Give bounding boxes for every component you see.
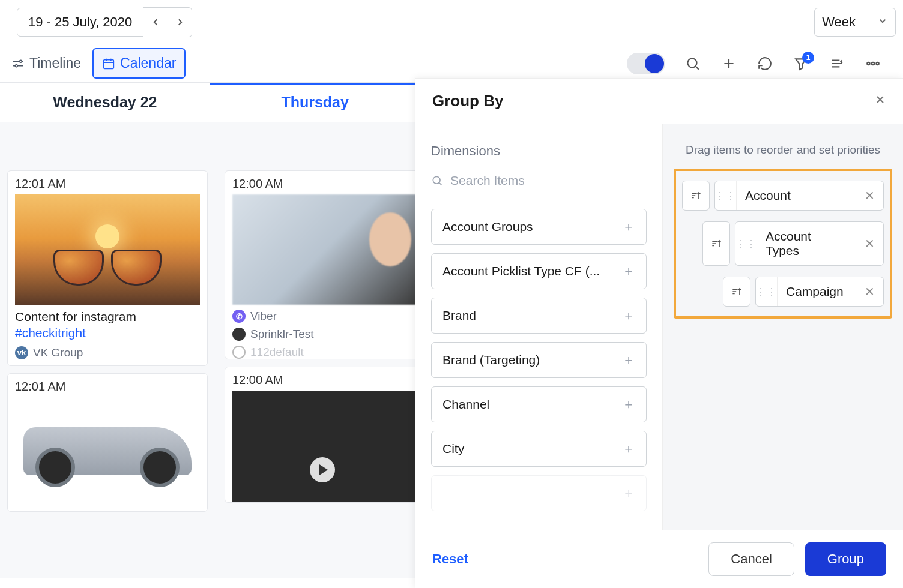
drag-handle[interactable]: ⋮⋮ [735,222,757,265]
panel-footer: Reset Cancel Group [415,530,903,588]
drag-handle[interactable]: ⋮⋮ [715,181,737,210]
card-caption: Content for instagram [15,310,136,323]
card-meta: 112default [232,341,417,359]
dimension-label: Channel [442,397,489,412]
prev-button[interactable] [143,8,168,37]
flag-icon [232,346,246,359]
account-icon [232,328,246,341]
chip[interactable]: ⋮⋮ Account Types ✕ [735,221,884,266]
panel-left: Dimensions Account Groups＋ Account Pickl… [415,124,663,530]
date-range[interactable]: 19 - 25 July, 2020 [17,8,143,37]
panel-title: Group By [432,92,503,110]
chip[interactable]: ⋮⋮ Campaign ✕ [755,277,884,307]
reset-button[interactable]: Reset [432,551,468,567]
dimension-item[interactable]: Account Groups＋ [431,209,647,245]
column-wed: 12:01 AM Content for instagram #checkitr… [7,170,208,578]
chip[interactable]: ⋮⋮ Account ✕ [714,181,884,211]
card-time: 12:01 AM [15,177,200,191]
sort-button[interactable] [723,277,750,307]
dimension-label: City [442,442,464,456]
play-icon[interactable] [310,457,335,482]
column-thu: 12:00 AM ✆ Viber Sprinklr-Test 112defaul… [225,170,425,578]
drag-handle[interactable]: ⋮⋮ [756,277,778,306]
card-meta: ✆ Viber [232,305,417,323]
panel-header: Group By [415,79,903,124]
chevron-right-icon [175,17,186,28]
card[interactable]: 12:00 AM ✆ Viber Sprinklr-Test 112defaul… [225,170,425,359]
svg-rect-2 [104,59,114,68]
panel-body: Dimensions Account Groups＋ Account Pickl… [415,124,903,530]
remove-chip-button[interactable]: ✕ [856,188,883,203]
card[interactable]: 12:00 AM [225,367,425,503]
refresh-icon [757,56,773,71]
more-button[interactable] [865,55,881,72]
hashtag-link[interactable]: #checkitright [15,326,86,340]
group-button[interactable] [829,55,845,72]
sort-button[interactable] [682,181,710,211]
day-tab-thu[interactable]: Thursday [210,83,420,122]
dimension-list: Account Groups＋ Account Picklist Type CF… [431,209,647,511]
search-button[interactable] [684,55,701,72]
reorder-row: ⋮⋮ Account Types ✕ [702,221,884,266]
card-time: 12:00 AM [232,177,417,191]
tab-switch: Timeline Calendar [2,48,186,79]
remove-chip-button[interactable]: ✕ [856,236,883,251]
dimension-item[interactable]: Brand＋ [431,298,647,334]
dimension-label: Account Groups [442,220,533,234]
tab-timeline[interactable]: Timeline [2,48,90,79]
panel-right: Drag items to reorder and set priorities… [663,124,903,530]
card[interactable]: 12:01 AM [7,373,208,512]
date-nav [143,7,192,37]
tab-calendar[interactable]: Calendar [92,48,186,79]
card-meta: vk VK Group [15,341,200,359]
remove-chip-button[interactable]: ✕ [856,284,883,299]
close-icon [874,94,886,106]
search-input[interactable] [450,173,647,188]
next-button[interactable] [168,8,192,37]
tab-calendar-label: Calendar [120,55,176,71]
card[interactable]: 12:01 AM Content for instagram #checkitr… [7,170,208,366]
thumbnail-image [232,194,417,305]
day-tab-wed[interactable]: Wednesday 22 [0,83,210,122]
close-button[interactable] [874,94,886,109]
view-select[interactable]: Week [814,8,896,37]
group-icon [829,56,845,71]
tab-timeline-label: Timeline [29,55,81,71]
svg-point-5 [872,62,874,64]
svg-point-7 [433,176,440,184]
dimension-item[interactable]: ＋ [431,475,647,511]
toggle-knob [645,54,664,73]
filter-button[interactable]: 1 [793,55,809,72]
vk-icon: vk [15,346,28,359]
date-range-wrap: 19 - 25 July, 2020 [17,7,192,37]
search-icon [685,56,701,71]
dimension-label: Account Picklist Type CF (... [442,264,600,278]
sort-button[interactable] [702,221,730,266]
dimension-label: Brand (Targeting) [442,353,540,367]
dimension-item[interactable]: Account Picklist Type CF (...＋ [431,253,647,289]
chevron-left-icon [150,17,161,28]
card-text: Content for instagram #checkitright [15,305,200,341]
svg-point-4 [867,62,869,64]
footer-buttons: Cancel Group [708,542,886,576]
dimension-item[interactable]: City＋ [431,431,647,467]
drag-hint: Drag items to reorder and set priorities [674,143,892,157]
toggle[interactable] [627,53,665,74]
dimension-item[interactable]: Brand (Targeting)＋ [431,342,647,378]
chevron-down-icon [877,14,888,30]
dimension-item[interactable]: Channel＋ [431,386,647,422]
sunglasses-illustration [53,251,162,281]
svg-point-0 [20,60,22,62]
add-button[interactable] [720,55,737,72]
viber-icon: ✆ [232,310,246,323]
search-row [431,173,647,194]
plus-icon: ＋ [622,484,635,502]
more-icon [865,56,881,71]
topbar: 19 - 25 July, 2020 Week [0,0,903,44]
chip-label: Account [737,181,856,210]
group-submit-button[interactable]: Group [805,542,886,576]
sort-icon [731,286,743,298]
refresh-button[interactable] [757,55,773,72]
cancel-button[interactable]: Cancel [708,542,794,576]
svg-point-6 [876,62,878,64]
